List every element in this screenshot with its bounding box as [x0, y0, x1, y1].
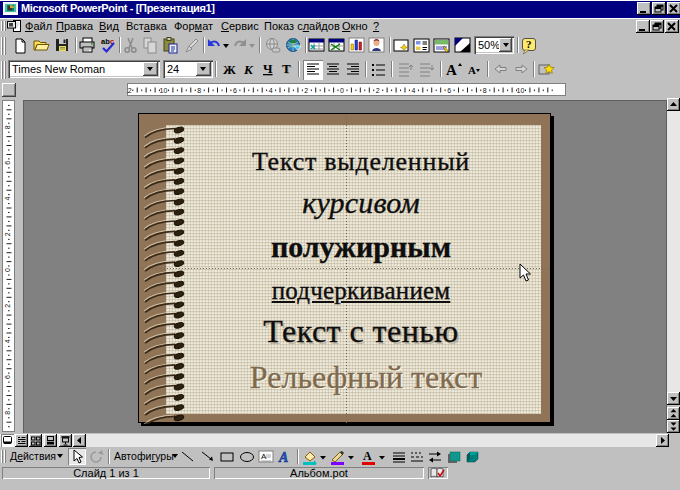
svg-text:Ч: Ч: [263, 61, 273, 76]
svg-text:12: 12: [127, 87, 132, 94]
svg-text:2: 2: [4, 232, 11, 236]
svg-text:6: 6: [4, 375, 11, 379]
svg-text:4: 4: [4, 339, 11, 343]
svg-text:К: К: [243, 62, 254, 77]
svg-text:6: 6: [4, 161, 11, 165]
svg-text:2: 2: [304, 87, 308, 94]
svg-text:А: А: [261, 452, 267, 461]
svg-text:А: А: [278, 450, 288, 465]
svg-text:4: 4: [269, 87, 273, 94]
svg-text:0: 0: [4, 268, 11, 272]
svg-text:6: 6: [233, 87, 237, 94]
svg-text:ab: ab: [101, 37, 110, 46]
svg-text:0: 0: [340, 87, 344, 94]
svg-text:Ж: Ж: [223, 62, 236, 77]
svg-text:А: А: [468, 64, 476, 76]
svg-text:А: А: [446, 62, 457, 78]
svg-text:2: 2: [4, 304, 11, 308]
svg-text:6: 6: [447, 87, 451, 94]
svg-text:А: А: [363, 449, 372, 463]
svg-text:4: 4: [411, 87, 415, 94]
svg-text:8: 8: [197, 87, 201, 94]
svg-text:10: 10: [517, 87, 525, 94]
svg-text:8: 8: [4, 125, 11, 129]
svg-text:8: 8: [4, 411, 11, 415]
svg-text:4: 4: [4, 197, 11, 201]
svg-text:Т: Т: [282, 61, 291, 76]
svg-text:?: ?: [526, 38, 532, 50]
svg-text:2: 2: [376, 87, 380, 94]
svg-text:10: 10: [160, 87, 168, 94]
svg-text:8: 8: [483, 87, 487, 94]
